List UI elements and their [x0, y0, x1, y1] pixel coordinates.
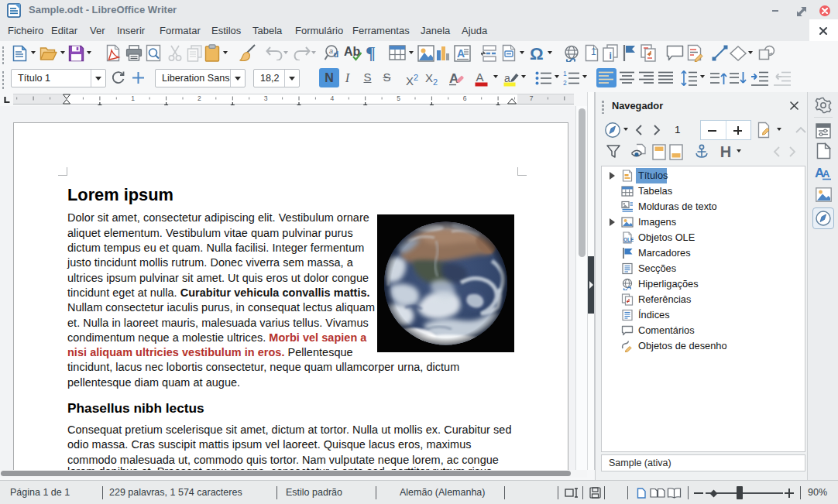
- svg-text:2: 2: [563, 79, 567, 86]
- svg-text:A: A: [476, 70, 484, 84]
- svg-text:OLE: OLE: [623, 237, 634, 242]
- svg-text:1: 1: [563, 70, 567, 77]
- svg-text:A: A: [449, 71, 458, 86]
- svg-text:i: i: [610, 50, 612, 61]
- svg-text:Ω: Ω: [530, 45, 544, 62]
- svg-text:a: a: [329, 47, 333, 55]
- svg-text:A: A: [457, 47, 465, 60]
- svg-text:d: d: [334, 50, 339, 59]
- svg-text:A: A: [823, 168, 830, 180]
- svg-text:¶: ¶: [366, 44, 376, 62]
- svg-text:1: 1: [591, 46, 596, 57]
